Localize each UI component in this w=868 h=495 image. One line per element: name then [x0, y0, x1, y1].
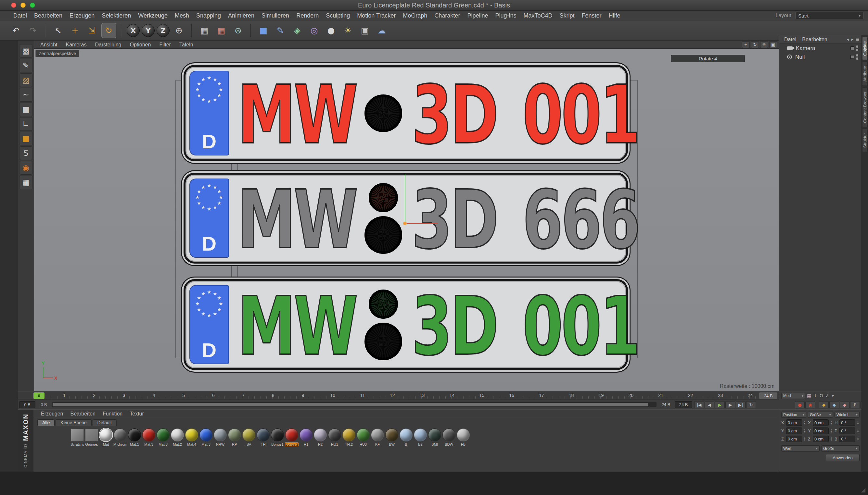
material-thumb[interactable]: Mat.3: [199, 428, 213, 446]
material-thumb[interactable]: RP: [228, 428, 241, 446]
axis-gizmo-y[interactable]: [405, 174, 405, 224]
angle-icon[interactable]: ∠: [825, 393, 830, 398]
dock-tab-content-browser[interactable]: Content Browser: [862, 87, 868, 127]
license-plate-gray[interactable]: ★★★★★★★★★★★★DMW3D 666: [183, 173, 628, 263]
axis-gizmo-origin[interactable]: [403, 222, 407, 225]
stepper-icon[interactable]: ▴▾: [856, 420, 859, 425]
menu-item-selektieren[interactable]: Selektieren: [98, 11, 134, 20]
stepper-icon[interactable]: ▴▾: [803, 420, 806, 425]
material-thumb[interactable]: BW: [385, 428, 398, 446]
material-thumb[interactable]: HU3: [356, 428, 370, 446]
menu-item-plug-ins[interactable]: Plug-ins: [491, 11, 520, 20]
materials-menu-funktion[interactable]: Funktion: [99, 411, 126, 417]
materials-tab-keine-ebene[interactable]: Keine Ebene: [55, 420, 91, 426]
menu-item-maxtoc4d[interactable]: MaxToC4D: [520, 11, 556, 20]
dock-tab-objekte[interactable]: Objekte: [862, 37, 868, 60]
layer-chip[interactable]: [850, 55, 854, 59]
layout-select[interactable]: Start ▾: [795, 12, 864, 19]
material-thumb[interactable]: Mat.4: [185, 428, 198, 446]
play-button[interactable]: ▶: [715, 401, 725, 408]
menu-item-motion-tracker[interactable]: Motion Tracker: [354, 11, 399, 20]
undo-button[interactable]: ↶: [9, 23, 23, 38]
range-start-field[interactable]: 0 B: [19, 401, 35, 408]
stepper-down-icon[interactable]: ▾: [831, 423, 832, 425]
material-thumb[interactable]: B: [399, 428, 413, 446]
material-thumb[interactable]: H2: [313, 428, 327, 446]
coordinate-system-toggle[interactable]: ⊕: [171, 23, 186, 38]
material-thumb[interactable]: Mat.3: [156, 428, 170, 446]
add-cube-button[interactable]: ■: [256, 23, 271, 38]
dock-tab-attribute[interactable]: Attribute: [862, 62, 868, 86]
rotate-hud-button[interactable]: Rotate 4: [671, 55, 745, 62]
move-tool[interactable]: +: [68, 23, 82, 38]
material-thumb[interactable]: Scratchy: [70, 428, 84, 446]
stepper-icon[interactable]: ▴▾: [830, 437, 833, 441]
editor-visibility-dot[interactable]: [856, 46, 858, 48]
material-thumb[interactable]: TH.2: [342, 428, 356, 446]
resize-grip-icon[interactable]: ◢: [861, 486, 865, 493]
material-thumb[interactable]: SA: [242, 428, 256, 446]
coordinate-field[interactable]: 0 cm: [786, 436, 802, 442]
live-selection-tool[interactable]: ↖: [51, 23, 66, 38]
menu-item-bearbeiten[interactable]: Bearbeiten: [31, 11, 66, 20]
size-mode-select[interactable]: Größe ▾: [821, 445, 859, 451]
model-mode-tool[interactable]: ■: [19, 103, 33, 116]
texture-mode-tool[interactable]: ▩: [19, 44, 33, 58]
previous-frame-button[interactable]: ◀: [705, 401, 714, 408]
material-thumb[interactable]: Mat.1: [128, 428, 141, 446]
uv-mode-tool[interactable]: ▦: [19, 176, 33, 189]
stepper-down-icon[interactable]: ▾: [831, 439, 832, 441]
material-thumb[interactable]: FB: [456, 428, 470, 446]
coordinate-field[interactable]: 0 °: [839, 436, 855, 442]
material-thumb[interactable]: B2: [413, 428, 427, 446]
range-end-field[interactable]: 24 B: [675, 401, 692, 408]
z-axis-lock[interactable]: Z: [157, 24, 169, 37]
stepper-down-icon[interactable]: ▾: [804, 431, 805, 433]
dock-tab-struktur[interactable]: Struktur: [862, 129, 868, 152]
coordinate-field[interactable]: 0 °: [839, 420, 855, 426]
menu-item-snapping[interactable]: Snapping: [193, 11, 225, 20]
stepper-icon[interactable]: ▴▾: [803, 428, 806, 433]
axis-mode-tool[interactable]: ∟: [19, 117, 33, 131]
materials-menu-erzeugen[interactable]: Erzeugen: [37, 411, 67, 417]
layer-chip[interactable]: [850, 47, 854, 50]
materials-tab-alle[interactable]: Alle: [37, 420, 54, 426]
materials-menu-textur[interactable]: Textur: [126, 411, 147, 417]
editor-visibility-dot[interactable]: [856, 54, 858, 56]
pen-tool[interactable]: ✎: [19, 59, 33, 72]
material-thumb[interactable]: NRW: [213, 428, 227, 446]
coordinate-column-header[interactable]: Position▾: [781, 412, 806, 418]
redo-button[interactable]: ↷: [25, 23, 40, 38]
render-settings-button[interactable]: ⊛: [231, 23, 246, 38]
license-plate-red[interactable]: ★★★★★★★★★★★★DMW3D 001: [183, 65, 628, 161]
stepper-icon[interactable]: ▴▾: [856, 428, 859, 433]
add-material-button[interactable]: ●: [324, 23, 339, 38]
object-manager-menu-bearbeiten[interactable]: Bearbeiten: [799, 35, 830, 44]
material-thumb[interactable]: KF: [371, 428, 384, 446]
materials-menu-bearbeiten[interactable]: Bearbeiten: [67, 411, 99, 417]
scale-tool[interactable]: ⇲: [84, 23, 99, 38]
history-back-icon[interactable]: ◂: [847, 37, 849, 42]
material-thumb[interactable]: Grunge.: [85, 428, 98, 446]
object-row-null[interactable]: Null: [779, 53, 862, 61]
material-thumb[interactable]: Mat: [99, 428, 113, 446]
materials-tab-default[interactable]: Default: [93, 420, 117, 426]
coordinate-column-header[interactable]: Größe▾: [808, 412, 833, 418]
stepper-down-icon[interactable]: ▾: [857, 423, 858, 425]
timeline-ruler[interactable]: 0 24 B 123456789101112131415161718192021…: [18, 391, 779, 400]
material-thumb[interactable]: Bonus 2: [285, 428, 298, 446]
menu-item-rendern[interactable]: Rendern: [293, 11, 322, 20]
history-forward-icon[interactable]: ▸: [851, 37, 853, 42]
range-slider-thumb[interactable]: [53, 403, 648, 406]
coordinate-column-header[interactable]: Winkel▾: [835, 412, 859, 418]
menu-item-fenster[interactable]: Fenster: [578, 11, 605, 20]
panel-menu-icon[interactable]: ≡: [856, 37, 859, 42]
zoom-button[interactable]: [30, 3, 35, 8]
menu-item-mesh[interactable]: Mesh: [171, 11, 193, 20]
record-keyframe-button[interactable]: ●: [795, 401, 805, 408]
timeline-end-marker[interactable]: 24 B: [759, 392, 777, 399]
render-visibility-dot[interactable]: [856, 57, 858, 60]
minimize-button[interactable]: [20, 3, 26, 8]
next-frame-button[interactable]: ▶: [725, 401, 735, 408]
jump-start-button[interactable]: |◀: [694, 401, 704, 408]
